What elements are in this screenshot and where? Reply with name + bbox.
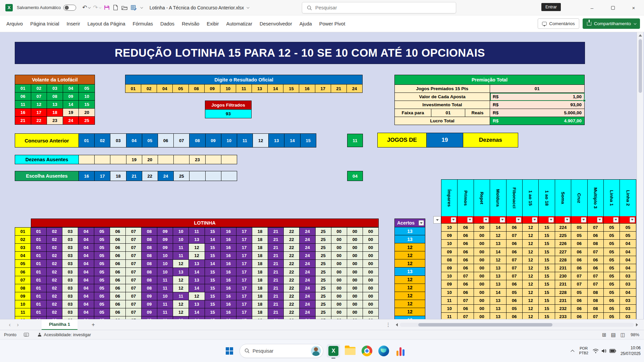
resultado-cell[interactable]: 05 bbox=[173, 84, 189, 93]
lotinha-cell[interactable]: 21 bbox=[268, 284, 284, 292]
concurso-cell[interactable]: 02 bbox=[95, 134, 110, 147]
lotinha-cell[interactable]: 02 bbox=[47, 228, 62, 236]
jogos-de-value[interactable]: 19 bbox=[426, 133, 463, 147]
stats-cell[interactable]: 12 bbox=[523, 297, 539, 305]
filter-dropdown-button[interactable] bbox=[548, 217, 554, 223]
lotinha-cell[interactable]: 03 bbox=[62, 284, 78, 292]
lotinha-cell[interactable]: 15 bbox=[205, 228, 221, 236]
lotinha-cell[interactable]: 04 bbox=[78, 316, 94, 319]
lotinha-cell[interactable]: 25 bbox=[316, 252, 331, 260]
acertos-cell[interactable]: 12 bbox=[395, 243, 425, 251]
lotinha-cell[interactable]: 15 bbox=[205, 252, 221, 260]
lotinha-cell[interactable]: 05 bbox=[94, 268, 110, 276]
concurso-cell[interactable]: 15 bbox=[301, 134, 316, 147]
lotinha-cell[interactable]: 24 bbox=[300, 268, 315, 276]
lotinha-cell[interactable]: 10 bbox=[157, 252, 173, 260]
lotinha-cell[interactable]: 02 bbox=[47, 260, 62, 268]
lotinha-cell[interactable]: 05 bbox=[94, 284, 110, 292]
stats-cell[interactable]: 00 bbox=[474, 264, 490, 272]
lotinha-cell[interactable]: 05 bbox=[94, 292, 110, 300]
lotinha-cell[interactable]: 15 bbox=[205, 292, 221, 300]
lotinha-cell[interactable]: 17 bbox=[236, 236, 252, 244]
volante-cell[interactable]: 07 bbox=[31, 93, 47, 101]
stats-cell[interactable]: 15 bbox=[539, 289, 555, 297]
volante-cell[interactable]: 20 bbox=[79, 109, 95, 117]
lotinha-cell[interactable]: 06 bbox=[110, 268, 126, 276]
stats-cell[interactable]: 06 bbox=[588, 232, 604, 240]
taskbar-excel-icon[interactable]: X bbox=[327, 344, 340, 358]
lotinha-cell[interactable]: 25 bbox=[316, 268, 331, 276]
close-button[interactable]: × bbox=[623, 0, 644, 15]
acertos-cell[interactable]: 12 bbox=[395, 284, 425, 292]
scroll-up-arrow-icon[interactable] bbox=[639, 34, 642, 37]
lotinha-cell[interactable]: 25 bbox=[316, 260, 331, 268]
lotinha-cell[interactable]: 12 bbox=[173, 260, 189, 268]
lotinha-cell[interactable]: 09 bbox=[142, 300, 157, 308]
stats-cell[interactable]: 225 bbox=[555, 232, 571, 240]
stats-cell[interactable]: 06 bbox=[506, 313, 523, 319]
lotinha-cell[interactable]: 25 bbox=[316, 308, 331, 316]
lotinha-cell[interactable]: 06 bbox=[110, 300, 126, 308]
volante-cell[interactable]: 09 bbox=[63, 93, 79, 101]
lotinha-cell[interactable]: 00 bbox=[347, 276, 363, 284]
stats-cell[interactable]: 05 bbox=[506, 305, 523, 313]
lotinha-cell[interactable]: 17 bbox=[236, 308, 252, 316]
lotinha-cell[interactable]: 13 bbox=[189, 236, 205, 244]
volante-cell[interactable]: 19 bbox=[63, 109, 79, 117]
main-title-banner[interactable]: REDUÇÃO LOTINHA 15 PARA 12 - 10 SE 10 CO… bbox=[15, 42, 585, 64]
lotinha-cell[interactable]: 18 bbox=[252, 284, 268, 292]
volante-cell[interactable]: 15 bbox=[79, 101, 95, 109]
lotinha-cell[interactable]: 00 bbox=[331, 268, 347, 276]
resultado-cell[interactable]: 11 bbox=[236, 84, 252, 93]
stats-cell[interactable]: 15 bbox=[539, 280, 555, 288]
taskbar-edge-icon[interactable] bbox=[377, 344, 390, 358]
ribbon-tab-exibir[interactable]: Exibir bbox=[203, 18, 222, 29]
comments-button[interactable]: Comentários bbox=[538, 18, 579, 29]
lotinha-cell[interactable]: 12 bbox=[189, 252, 205, 260]
lotinha-cell[interactable]: 13 bbox=[173, 316, 189, 319]
lotinha-cell[interactable]: 06 bbox=[110, 244, 126, 252]
lotinha-cell[interactable]: 08 bbox=[142, 268, 157, 276]
lotinha-cell[interactable]: 03 bbox=[62, 308, 78, 316]
lotinha-cell[interactable]: 03 bbox=[62, 316, 78, 319]
lotinha-cell[interactable]: 02 bbox=[47, 276, 62, 284]
lotinha-cell[interactable]: 04 bbox=[78, 268, 94, 276]
lotinha-cell[interactable]: 22 bbox=[284, 228, 300, 236]
stats-cell[interactable]: 07 bbox=[588, 224, 604, 232]
lotinha-cell[interactable]: 16 bbox=[221, 276, 236, 284]
volante-cell[interactable]: 22 bbox=[31, 117, 47, 125]
lotinha-cell[interactable]: 05 bbox=[94, 316, 110, 319]
premiacao-header[interactable]: Premiação Total bbox=[395, 75, 585, 85]
stats-cell[interactable]: 07 bbox=[506, 232, 523, 240]
lotinha-cell[interactable]: 03 bbox=[62, 228, 78, 236]
ribbon-tab-revisão[interactable]: Revisão bbox=[178, 18, 203, 29]
acertos-cell[interactable]: 12 bbox=[395, 259, 425, 267]
stats-cell[interactable]: 05 bbox=[604, 313, 620, 319]
filter-dropdown-button[interactable] bbox=[433, 216, 441, 224]
premiacao-value[interactable]: 01 bbox=[490, 85, 585, 93]
acertos-cell[interactable]: 12 bbox=[395, 308, 425, 316]
stats-header-primos[interactable]: Primos bbox=[458, 180, 474, 217]
dezena-ausente-cell[interactable]: 23 bbox=[190, 155, 205, 164]
lotinha-row-label[interactable]: 11 bbox=[15, 308, 31, 316]
stats-cell[interactable]: 09 bbox=[441, 280, 458, 288]
stats-cell[interactable]: 07 bbox=[458, 313, 474, 319]
scroll-right-arrow-icon[interactable] bbox=[636, 323, 638, 326]
acertos-cell[interactable]: 12 bbox=[395, 292, 425, 300]
filter-dropdown-button[interactable] bbox=[483, 217, 489, 223]
lotinha-cell[interactable]: 02 bbox=[47, 284, 62, 292]
lotinha-cell[interactable]: 00 bbox=[331, 292, 347, 300]
volante-cell[interactable]: 01 bbox=[15, 84, 31, 93]
premiacao-label[interactable]: Investimento Total bbox=[395, 101, 490, 109]
lotinha-cell[interactable]: 15 bbox=[205, 268, 221, 276]
volante-cell[interactable]: 10 bbox=[79, 93, 95, 101]
volante-cell[interactable]: 24 bbox=[63, 117, 79, 125]
stats-cell[interactable]: 15 bbox=[539, 248, 555, 256]
lotinha-cell[interactable]: 00 bbox=[347, 300, 363, 308]
concurso-cell[interactable]: 13 bbox=[269, 134, 284, 147]
lotinha-cell[interactable]: 06 bbox=[110, 236, 126, 244]
lotinha-cell[interactable]: 11 bbox=[157, 308, 173, 316]
dezenas-ausentes-label[interactable]: Dezenas Ausentes bbox=[15, 155, 79, 164]
lotinha-cell[interactable]: 22 bbox=[284, 316, 300, 319]
stats-cell[interactable]: 227 bbox=[555, 248, 571, 256]
